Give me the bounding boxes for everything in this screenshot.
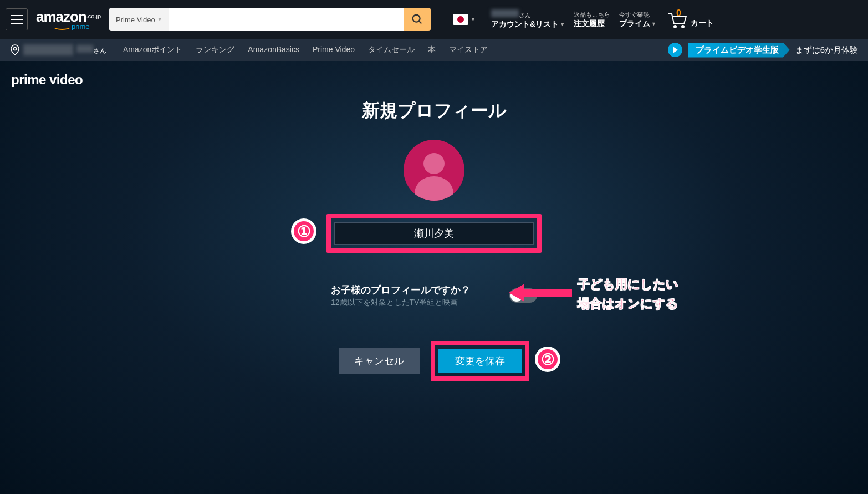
subnav-item[interactable]: マイストア — [449, 45, 488, 55]
sub-navigation: さん Amazonポイント ランキング AmazonBasics Prime V… — [0, 39, 868, 61]
svg-point-2 — [674, 26, 676, 28]
search-bar: Prime Video ▼ — [109, 8, 431, 31]
redacted-username — [491, 9, 519, 17]
profile-avatar-icon[interactable] — [404, 140, 464, 201]
chevron-down-icon: ▼ — [157, 17, 162, 22]
subnav-item[interactable]: ランキング — [196, 45, 234, 55]
subnav-item[interactable]: 本 — [428, 45, 436, 55]
subnav-item[interactable]: Amazonポイント — [123, 45, 182, 55]
prime-video-logo[interactable]: prime video — [11, 72, 868, 88]
chevron-down-icon: ▼ — [560, 22, 565, 27]
location-pin-icon — [10, 44, 20, 55]
svg-point-0 — [413, 15, 420, 22]
page-title: 新規プロフィール — [0, 99, 868, 123]
content-area: prime video 新規プロフィール ① お子様のプロフィールですか？ 12… — [0, 61, 868, 494]
japan-flag-icon — [453, 14, 468, 25]
cart-button[interactable]: 0 カート — [666, 11, 714, 28]
subnav-item[interactable]: タイムセール — [368, 45, 415, 55]
deliver-to[interactable]: さん — [10, 44, 106, 55]
chevron-down-icon: ▼ — [651, 21, 656, 27]
kids-profile-label: お子様のプロフィールですか？ — [331, 283, 471, 297]
chevron-down-icon: ▼ — [471, 17, 476, 22]
save-button-highlight: 変更を保存 ② — [431, 341, 529, 381]
cart-label: カート — [691, 18, 714, 28]
account-menu[interactable]: さん アカウント&リスト ▼ — [491, 9, 565, 29]
subnav-item[interactable]: Prime Video — [313, 45, 355, 55]
new-profile-form: 新規プロフィール ① お子様のプロフィールですか？ 12歳以下を対象としたTV番… — [0, 99, 868, 381]
logo-prime: prime — [54, 22, 101, 30]
svg-point-3 — [682, 26, 684, 28]
search-icon — [411, 13, 423, 26]
play-icon — [668, 43, 682, 57]
subnav-item[interactable]: AmazonBasics — [248, 45, 299, 55]
form-buttons: キャンセル 変更を保存 ② — [0, 341, 868, 381]
svg-point-4 — [14, 48, 17, 50]
kids-profile-row: お子様のプロフィールですか？ 12歳以下を対象としたTV番組と映画 子ども用にし… — [0, 283, 868, 308]
hamburger-menu-icon[interactable] — [6, 8, 28, 30]
annotation-badge-1: ① — [291, 218, 316, 244]
profile-name-input[interactable] — [334, 222, 534, 245]
promo-area[interactable]: プライムビデオ学生版 まずは6か月体験 — [668, 43, 858, 58]
redacted-address — [23, 44, 73, 55]
svg-line-1 — [419, 21, 422, 24]
cart-count: 0 — [676, 8, 681, 18]
annotation-badge-2: ② — [535, 347, 560, 372]
cancel-button[interactable]: キャンセル — [339, 348, 420, 374]
annotation-text: 子ども用にしたい 場合はオンにする — [578, 274, 678, 313]
language-selector[interactable]: ▼ — [453, 14, 476, 25]
search-button[interactable] — [404, 8, 431, 31]
logo-suffix: .co.jp — [86, 13, 101, 19]
name-input-highlight: ① — [326, 214, 542, 253]
orders-link[interactable]: 返品もこちら 注文履歴 — [574, 11, 610, 29]
prime-link[interactable]: 今すぐ確認 プライム ▼ — [619, 11, 656, 29]
promo-banner: プライムビデオ学生版 — [688, 43, 790, 58]
amazon-logo[interactable]: amazon.co.jp prime — [36, 8, 101, 30]
save-button[interactable]: 変更を保存 — [438, 349, 522, 373]
promo-text: まずは6か月体験 — [795, 45, 858, 55]
search-input[interactable] — [169, 8, 405, 31]
main-header: amazon.co.jp prime Prime Video ▼ ▼ さん アカ… — [0, 0, 868, 39]
subnav-links: Amazonポイント ランキング AmazonBasics Prime Vide… — [123, 45, 488, 55]
search-category-dropdown[interactable]: Prime Video ▼ — [109, 8, 169, 31]
kids-profile-sublabel: 12歳以下を対象としたTV番組と映画 — [331, 298, 471, 308]
